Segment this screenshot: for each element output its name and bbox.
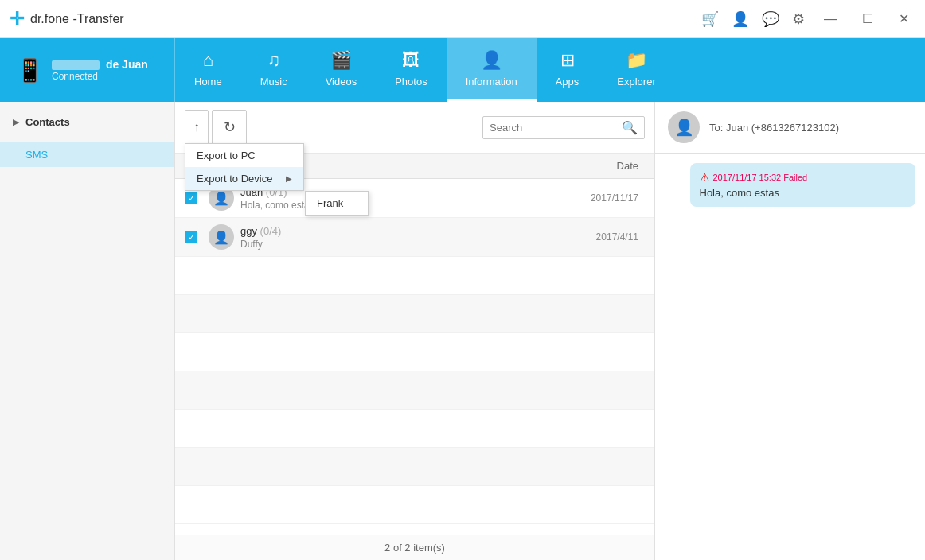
row-2-date: 2017/4/11 xyxy=(549,231,645,243)
chat-icon[interactable]: 💬 xyxy=(762,10,779,28)
message-area: ⚠ 2017/11/17 15:32 Failed Hola, como est… xyxy=(655,154,925,560)
videos-label: Videos xyxy=(326,76,357,88)
nav-explorer[interactable]: 📁 Explorer xyxy=(598,38,674,102)
empty-row xyxy=(175,448,654,486)
device-status: Connected xyxy=(52,71,148,82)
device-name: de Juan xyxy=(52,58,148,71)
name-blur xyxy=(52,60,100,70)
explorer-icon: 📁 xyxy=(626,50,647,71)
empty-row xyxy=(175,486,654,524)
title-bar: ✛ dr.fone -Transfer 🛒 👤 💬 ⚙ — ☐ ✕ xyxy=(0,0,925,38)
export-pc-icon: ↑ xyxy=(193,120,200,134)
header-date: Date xyxy=(549,160,645,172)
error-icon: ⚠ xyxy=(700,171,710,184)
table-row[interactable]: 👤 ggy (0/4) Duffy 2017/4/11 xyxy=(175,218,654,257)
contact-to: To: Juan (+8613267123102) xyxy=(709,122,839,134)
content-body: Name Date 👤 Juan (0/1) Hola, como estas xyxy=(175,154,654,560)
music-label: Music xyxy=(260,76,287,88)
main-area: ▶ Contacts SMS ↑ ↻ Export to PC Export t… xyxy=(0,102,925,560)
device-section: 📱 de Juan Connected xyxy=(0,38,175,102)
contact-avatar: 👤 xyxy=(668,111,700,143)
settings-icon[interactable]: ⚙ xyxy=(792,10,805,28)
sidebar-group-contacts: ▶ Contacts xyxy=(0,102,174,142)
export-pc-button[interactable]: ↑ xyxy=(185,110,209,145)
search-box: 🔍 xyxy=(482,116,645,139)
information-icon: 👤 xyxy=(481,50,502,71)
home-label: Home xyxy=(194,76,222,88)
contact-value: Juan (+8613267123102) xyxy=(726,122,839,134)
dropdown-export-pc[interactable]: Export to PC xyxy=(185,144,303,167)
maximize-button[interactable]: ☐ xyxy=(856,8,880,29)
message-text: Hola, como estas xyxy=(700,187,907,199)
nav-items: ⌂ Home ♫ Music 🎬 Videos 🖼 Photos 👤 Infor… xyxy=(175,38,925,102)
nav-bar: 📱 de Juan Connected ⌂ Home ♫ Music 🎬 Vid… xyxy=(0,38,925,102)
rows-area: 👤 Juan (0/1) Hola, como estas 2017/11/17… xyxy=(175,179,654,535)
row-1-preview: Hola, como estas xyxy=(240,200,549,211)
submenu: Frank xyxy=(305,191,369,216)
row-1-checkbox[interactable] xyxy=(185,192,209,204)
submenu-frank[interactable]: Frank xyxy=(306,192,368,215)
empty-row xyxy=(175,333,654,371)
row-2-preview: Duffy xyxy=(240,239,549,250)
chevron-icon: ▶ xyxy=(13,118,19,126)
toolbar: ↑ ↻ Export to PC Export to Device ▶ Fran… xyxy=(175,102,654,154)
apps-label: Apps xyxy=(556,76,580,88)
title-bar-left: ✛ dr.fone -Transfer xyxy=(10,9,124,29)
export-pc-label: Export to PC xyxy=(197,150,256,161)
nav-home[interactable]: ⌂ Home xyxy=(175,38,241,102)
close-button[interactable]: ✕ xyxy=(892,8,915,29)
submenu-arrow-icon: ▶ xyxy=(286,174,292,183)
photos-label: Photos xyxy=(395,76,427,88)
minimize-button[interactable]: — xyxy=(818,9,843,29)
to-label: To: xyxy=(709,122,723,134)
avatar-icon: 👤 xyxy=(209,224,234,250)
message-meta: ⚠ 2017/11/17 15:32 Failed xyxy=(700,171,907,184)
nav-music[interactable]: ♫ Music xyxy=(241,38,306,102)
right-panel-header: 👤 To: Juan (+8613267123102) xyxy=(655,102,925,154)
empty-row xyxy=(175,295,654,333)
search-input[interactable] xyxy=(490,122,617,134)
refresh-icon: ↻ xyxy=(224,119,236,136)
message-bubble: ⚠ 2017/11/17 15:32 Failed Hola, como est… xyxy=(690,163,916,207)
nav-apps[interactable]: ⊞ Apps xyxy=(537,38,599,102)
information-label: Information xyxy=(466,76,517,88)
sidebar: ▶ Contacts SMS xyxy=(0,102,175,560)
user-icon[interactable]: 👤 xyxy=(732,10,749,28)
device-icon: 📱 xyxy=(16,57,44,84)
message-timestamp: 2017/11/17 15:32 Failed xyxy=(713,173,808,182)
refresh-button[interactable]: ↻ xyxy=(212,110,247,145)
dropdown-menu: Export to PC Export to Device ▶ Frank xyxy=(185,143,304,191)
content-area: ↑ ↻ Export to PC Export to Device ▶ Fran… xyxy=(175,102,654,560)
status-text: 2 of 2 item(s) xyxy=(384,542,445,554)
empty-row xyxy=(175,257,654,295)
cart-icon[interactable]: 🛒 xyxy=(701,10,719,28)
row-1-date: 2017/11/17 xyxy=(549,192,645,204)
apps-icon: ⊞ xyxy=(560,50,575,71)
empty-row xyxy=(175,410,654,448)
photos-icon: 🖼 xyxy=(402,50,420,71)
videos-icon: 🎬 xyxy=(330,50,352,71)
contacts-group-label: Contacts xyxy=(25,116,70,128)
nav-information[interactable]: 👤 Information xyxy=(447,38,537,102)
sidebar-item-sms[interactable]: SMS xyxy=(0,142,174,167)
explorer-label: Explorer xyxy=(617,76,655,88)
row-2-content: ggy (0/4) Duffy xyxy=(240,225,549,250)
device-info: de Juan Connected xyxy=(52,58,148,82)
nav-videos[interactable]: 🎬 Videos xyxy=(306,38,377,102)
checkbox-checked-icon xyxy=(185,192,197,204)
sidebar-contacts-header[interactable]: ▶ Contacts xyxy=(0,110,174,134)
music-icon: ♫ xyxy=(267,50,280,71)
dropdown-export-device[interactable]: Export to Device ▶ Frank xyxy=(185,167,303,190)
checkbox-checked-icon xyxy=(185,231,197,243)
nav-photos[interactable]: 🖼 Photos xyxy=(376,38,446,102)
device-name-text: de Juan xyxy=(106,58,148,71)
app-title: dr.fone -Transfer xyxy=(30,12,124,26)
export-device-label: Export to Device xyxy=(197,173,272,185)
empty-row xyxy=(175,371,654,410)
logo-icon: ✛ xyxy=(10,9,24,29)
row-2-checkbox[interactable] xyxy=(185,231,209,243)
title-bar-right: 🛒 👤 💬 ⚙ — ☐ ✕ xyxy=(701,8,915,29)
row-2-avatar: 👤 xyxy=(209,224,240,250)
status-bar: 2 of 2 item(s) xyxy=(175,535,654,560)
search-icon[interactable]: 🔍 xyxy=(622,120,638,135)
